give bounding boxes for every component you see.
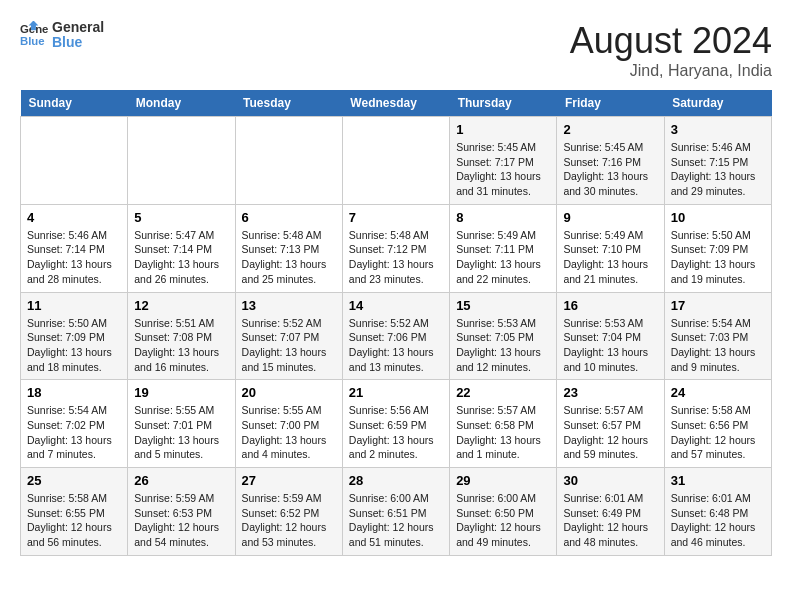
day-cell: 22Sunrise: 5:57 AM Sunset: 6:58 PM Dayli… xyxy=(450,380,557,468)
day-number: 23 xyxy=(563,385,657,400)
day-info: Sunrise: 5:49 AM Sunset: 7:10 PM Dayligh… xyxy=(563,228,657,287)
day-info: Sunrise: 5:49 AM Sunset: 7:11 PM Dayligh… xyxy=(456,228,550,287)
day-info: Sunrise: 5:47 AM Sunset: 7:14 PM Dayligh… xyxy=(134,228,228,287)
day-header-friday: Friday xyxy=(557,90,664,117)
day-cell: 28Sunrise: 6:00 AM Sunset: 6:51 PM Dayli… xyxy=(342,468,449,556)
day-number: 13 xyxy=(242,298,336,313)
logo-icon: General Blue xyxy=(20,21,48,49)
day-info: Sunrise: 5:59 AM Sunset: 6:52 PM Dayligh… xyxy=(242,491,336,550)
day-number: 18 xyxy=(27,385,121,400)
day-cell: 31Sunrise: 6:01 AM Sunset: 6:48 PM Dayli… xyxy=(664,468,771,556)
day-info: Sunrise: 5:52 AM Sunset: 7:06 PM Dayligh… xyxy=(349,316,443,375)
day-number: 28 xyxy=(349,473,443,488)
day-cell: 12Sunrise: 5:51 AM Sunset: 7:08 PM Dayli… xyxy=(128,292,235,380)
day-cell: 16Sunrise: 5:53 AM Sunset: 7:04 PM Dayli… xyxy=(557,292,664,380)
day-cell: 29Sunrise: 6:00 AM Sunset: 6:50 PM Dayli… xyxy=(450,468,557,556)
day-cell xyxy=(342,117,449,205)
day-cell: 2Sunrise: 5:45 AM Sunset: 7:16 PM Daylig… xyxy=(557,117,664,205)
day-number: 17 xyxy=(671,298,765,313)
day-info: Sunrise: 6:00 AM Sunset: 6:50 PM Dayligh… xyxy=(456,491,550,550)
location: Jind, Haryana, India xyxy=(570,62,772,80)
day-info: Sunrise: 5:46 AM Sunset: 7:15 PM Dayligh… xyxy=(671,140,765,199)
day-number: 22 xyxy=(456,385,550,400)
day-number: 2 xyxy=(563,122,657,137)
day-number: 21 xyxy=(349,385,443,400)
day-number: 3 xyxy=(671,122,765,137)
day-header-sunday: Sunday xyxy=(21,90,128,117)
svg-text:Blue: Blue xyxy=(20,35,45,47)
day-number: 30 xyxy=(563,473,657,488)
day-cell: 6Sunrise: 5:48 AM Sunset: 7:13 PM Daylig… xyxy=(235,204,342,292)
day-info: Sunrise: 5:57 AM Sunset: 6:57 PM Dayligh… xyxy=(563,403,657,462)
day-info: Sunrise: 5:54 AM Sunset: 7:02 PM Dayligh… xyxy=(27,403,121,462)
logo-line2: Blue xyxy=(52,35,104,50)
week-row-1: 4Sunrise: 5:46 AM Sunset: 7:14 PM Daylig… xyxy=(21,204,772,292)
day-cell: 11Sunrise: 5:50 AM Sunset: 7:09 PM Dayli… xyxy=(21,292,128,380)
day-cell xyxy=(128,117,235,205)
day-number: 9 xyxy=(563,210,657,225)
day-cell: 1Sunrise: 5:45 AM Sunset: 7:17 PM Daylig… xyxy=(450,117,557,205)
day-cell: 13Sunrise: 5:52 AM Sunset: 7:07 PM Dayli… xyxy=(235,292,342,380)
day-number: 19 xyxy=(134,385,228,400)
title-block: August 2024 Jind, Haryana, India xyxy=(570,20,772,80)
day-info: Sunrise: 5:45 AM Sunset: 7:16 PM Dayligh… xyxy=(563,140,657,199)
day-info: Sunrise: 5:53 AM Sunset: 7:04 PM Dayligh… xyxy=(563,316,657,375)
day-cell: 25Sunrise: 5:58 AM Sunset: 6:55 PM Dayli… xyxy=(21,468,128,556)
day-number: 7 xyxy=(349,210,443,225)
day-number: 29 xyxy=(456,473,550,488)
day-info: Sunrise: 5:53 AM Sunset: 7:05 PM Dayligh… xyxy=(456,316,550,375)
day-info: Sunrise: 6:00 AM Sunset: 6:51 PM Dayligh… xyxy=(349,491,443,550)
day-number: 15 xyxy=(456,298,550,313)
day-number: 31 xyxy=(671,473,765,488)
day-info: Sunrise: 5:59 AM Sunset: 6:53 PM Dayligh… xyxy=(134,491,228,550)
day-cell: 10Sunrise: 5:50 AM Sunset: 7:09 PM Dayli… xyxy=(664,204,771,292)
day-number: 10 xyxy=(671,210,765,225)
day-number: 24 xyxy=(671,385,765,400)
day-header-thursday: Thursday xyxy=(450,90,557,117)
day-cell: 3Sunrise: 5:46 AM Sunset: 7:15 PM Daylig… xyxy=(664,117,771,205)
day-info: Sunrise: 5:54 AM Sunset: 7:03 PM Dayligh… xyxy=(671,316,765,375)
day-info: Sunrise: 5:58 AM Sunset: 6:55 PM Dayligh… xyxy=(27,491,121,550)
week-row-4: 25Sunrise: 5:58 AM Sunset: 6:55 PM Dayli… xyxy=(21,468,772,556)
day-info: Sunrise: 5:57 AM Sunset: 6:58 PM Dayligh… xyxy=(456,403,550,462)
day-cell: 9Sunrise: 5:49 AM Sunset: 7:10 PM Daylig… xyxy=(557,204,664,292)
day-header-tuesday: Tuesday xyxy=(235,90,342,117)
month-title: August 2024 xyxy=(570,20,772,62)
day-info: Sunrise: 5:45 AM Sunset: 7:17 PM Dayligh… xyxy=(456,140,550,199)
day-info: Sunrise: 5:55 AM Sunset: 7:01 PM Dayligh… xyxy=(134,403,228,462)
calendar-header-row: SundayMondayTuesdayWednesdayThursdayFrid… xyxy=(21,90,772,117)
logo: General Blue General Blue xyxy=(20,20,104,51)
day-info: Sunrise: 5:55 AM Sunset: 7:00 PM Dayligh… xyxy=(242,403,336,462)
day-cell xyxy=(21,117,128,205)
day-cell: 30Sunrise: 6:01 AM Sunset: 6:49 PM Dayli… xyxy=(557,468,664,556)
day-info: Sunrise: 5:48 AM Sunset: 7:12 PM Dayligh… xyxy=(349,228,443,287)
day-number: 12 xyxy=(134,298,228,313)
calendar-table: SundayMondayTuesdayWednesdayThursdayFrid… xyxy=(20,90,772,556)
day-cell xyxy=(235,117,342,205)
day-header-saturday: Saturday xyxy=(664,90,771,117)
day-number: 25 xyxy=(27,473,121,488)
day-cell: 24Sunrise: 5:58 AM Sunset: 6:56 PM Dayli… xyxy=(664,380,771,468)
day-cell: 8Sunrise: 5:49 AM Sunset: 7:11 PM Daylig… xyxy=(450,204,557,292)
day-cell: 15Sunrise: 5:53 AM Sunset: 7:05 PM Dayli… xyxy=(450,292,557,380)
day-info: Sunrise: 5:50 AM Sunset: 7:09 PM Dayligh… xyxy=(671,228,765,287)
day-cell: 23Sunrise: 5:57 AM Sunset: 6:57 PM Dayli… xyxy=(557,380,664,468)
page-header: General Blue General Blue August 2024 Ji… xyxy=(20,20,772,80)
day-number: 20 xyxy=(242,385,336,400)
day-info: Sunrise: 5:52 AM Sunset: 7:07 PM Dayligh… xyxy=(242,316,336,375)
day-cell: 7Sunrise: 5:48 AM Sunset: 7:12 PM Daylig… xyxy=(342,204,449,292)
day-number: 26 xyxy=(134,473,228,488)
day-cell: 18Sunrise: 5:54 AM Sunset: 7:02 PM Dayli… xyxy=(21,380,128,468)
day-info: Sunrise: 6:01 AM Sunset: 6:49 PM Dayligh… xyxy=(563,491,657,550)
day-number: 11 xyxy=(27,298,121,313)
day-info: Sunrise: 5:46 AM Sunset: 7:14 PM Dayligh… xyxy=(27,228,121,287)
day-header-monday: Monday xyxy=(128,90,235,117)
day-info: Sunrise: 5:51 AM Sunset: 7:08 PM Dayligh… xyxy=(134,316,228,375)
day-info: Sunrise: 5:48 AM Sunset: 7:13 PM Dayligh… xyxy=(242,228,336,287)
logo-line1: General xyxy=(52,20,104,35)
day-cell: 14Sunrise: 5:52 AM Sunset: 7:06 PM Dayli… xyxy=(342,292,449,380)
day-number: 27 xyxy=(242,473,336,488)
day-cell: 26Sunrise: 5:59 AM Sunset: 6:53 PM Dayli… xyxy=(128,468,235,556)
day-cell: 5Sunrise: 5:47 AM Sunset: 7:14 PM Daylig… xyxy=(128,204,235,292)
week-row-3: 18Sunrise: 5:54 AM Sunset: 7:02 PM Dayli… xyxy=(21,380,772,468)
